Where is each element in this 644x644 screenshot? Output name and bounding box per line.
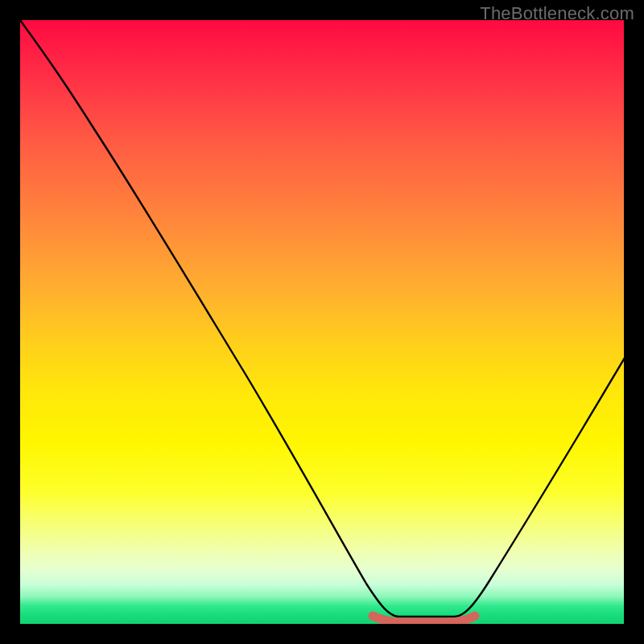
chart-stage: TheBottleneck.com	[0, 0, 644, 644]
curve-svg	[20, 20, 624, 624]
bottleneck-curve	[20, 20, 624, 617]
watermark-text: TheBottleneck.com	[480, 3, 634, 24]
plot-area	[20, 20, 624, 624]
